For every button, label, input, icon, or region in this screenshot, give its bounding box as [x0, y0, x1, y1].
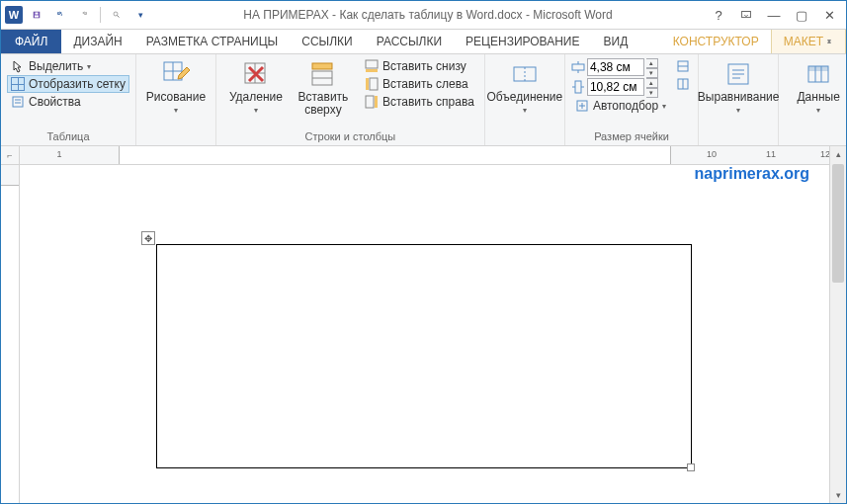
autofit-icon	[575, 99, 589, 113]
scroll-down-icon[interactable]: ▾	[830, 487, 846, 503]
properties-icon	[11, 95, 25, 109]
group-cell-size: ▴▾ ▴▾ Автоподбор▾ Размер ячейки	[565, 54, 699, 145]
page: ✥	[49, 185, 819, 503]
tab-design[interactable]: ДИЗАЙН	[61, 30, 133, 53]
undo-button[interactable]	[50, 5, 70, 25]
save-button[interactable]	[27, 5, 46, 25]
minimize-button[interactable]: —	[761, 5, 787, 25]
view-gridlines-button[interactable]: Отобразить сетку	[7, 75, 129, 93]
svg-rect-23	[375, 96, 378, 108]
svg-rect-19	[366, 69, 378, 72]
document-area: ⌐ 1 1 2 3 4 5 6 7 8 9 10 11 12	[1, 146, 846, 503]
properties-button[interactable]: Свойства	[7, 93, 129, 111]
redo-button[interactable]	[74, 5, 94, 25]
group-merge: Объединение▾	[485, 54, 565, 145]
svg-rect-2	[36, 13, 39, 15]
ruler-corner: ⌐	[1, 146, 20, 165]
tab-review[interactable]: РЕЦЕНЗИРОВАНИЕ	[454, 30, 591, 53]
distribute-cols-icon	[676, 77, 690, 91]
svg-rect-6	[13, 97, 23, 107]
close-button[interactable]: ✕	[816, 5, 842, 25]
tab-table-design[interactable]: КОНСТРУКТОР	[661, 30, 771, 53]
insert-left-icon	[365, 77, 379, 91]
col-width-input[interactable]	[587, 78, 644, 96]
insert-below-icon	[365, 59, 379, 73]
width-spinner[interactable]: ▴▾	[646, 78, 658, 96]
tab-view[interactable]: ВИД	[592, 30, 640, 53]
watermark-text: naprimerax.org	[695, 165, 809, 183]
height-spinner[interactable]: ▴▾	[646, 58, 658, 76]
select-button[interactable]: Выделить▾	[7, 57, 129, 75]
svg-rect-27	[575, 81, 581, 93]
row-height-input[interactable]	[587, 58, 644, 76]
col-width-icon	[571, 80, 585, 94]
title-bar: W ▾ НА ПРИМЕРАХ - Как сделать таблицу в …	[1, 1, 846, 30]
vertical-ruler[interactable]: 1 2 3	[1, 165, 20, 503]
zoom-button[interactable]	[107, 5, 127, 25]
distribute-cols-button[interactable]	[674, 75, 692, 93]
table-cell[interactable]	[156, 244, 692, 468]
pencil-grid-icon	[161, 59, 191, 89]
tab-page-layout[interactable]: РАЗМЕТКА СТРАНИЦЫ	[134, 30, 291, 53]
svg-rect-18	[366, 60, 378, 68]
scrollbar-thumb[interactable]	[832, 164, 844, 283]
insert-right-icon	[365, 95, 379, 109]
svg-rect-20	[370, 78, 378, 90]
group-label	[785, 128, 847, 145]
qat-customize-button[interactable]: ▾	[130, 5, 150, 25]
svg-rect-24	[514, 67, 536, 81]
data-button[interactable]: Данные▾	[785, 57, 847, 117]
window-title: НА ПРИМЕРАХ - Как сделать таблицу в Word…	[150, 8, 706, 22]
data-icon	[804, 59, 833, 89]
tab-table-layout[interactable]: МАКЕТ	[771, 30, 846, 53]
group-alignment: Выравнивание▾	[699, 54, 779, 145]
distribute-rows-icon	[676, 59, 690, 73]
svg-rect-1	[35, 16, 39, 18]
insert-above-button[interactable]: Вставить сверху	[290, 57, 357, 117]
tab-file[interactable]: ФАЙЛ	[1, 30, 61, 53]
insert-left-button[interactable]: Вставить слева	[361, 75, 478, 93]
merge-button[interactable]: Объединение▾	[491, 57, 558, 117]
distribute-rows-button[interactable]	[674, 57, 692, 75]
delete-button[interactable]: Удаление▾	[222, 57, 290, 117]
tab-references[interactable]: ССЫЛКИ	[290, 30, 364, 53]
scroll-up-icon[interactable]: ▴	[830, 146, 846, 162]
draw-table-button[interactable]: Рисование▾	[142, 57, 210, 117]
group-data: Данные▾	[779, 54, 847, 145]
autofit-button[interactable]: Автоподбор▾	[571, 97, 670, 115]
separator	[100, 7, 101, 23]
svg-rect-38	[808, 66, 828, 71]
group-table: Выделить▾ Отобразить сетку Свойства Табл…	[1, 54, 136, 145]
pin-icon	[825, 38, 833, 45]
cursor-icon	[11, 59, 25, 73]
group-label	[705, 128, 772, 145]
table-resize-handle[interactable]	[687, 463, 695, 471]
svg-rect-21	[366, 78, 369, 90]
app-icon: W	[5, 6, 23, 24]
vertical-scrollbar[interactable]: ▴ ▾	[829, 146, 846, 503]
svg-line-4	[118, 16, 120, 18]
tab-mailings[interactable]: РАССЫЛКИ	[365, 30, 454, 53]
group-label	[491, 128, 558, 145]
svg-rect-22	[366, 96, 374, 108]
ribbon-options-button[interactable]	[733, 5, 759, 25]
svg-rect-17	[312, 63, 332, 69]
grid-icon	[11, 77, 25, 91]
group-draw: Рисование▾	[136, 54, 216, 145]
group-label: Таблица	[7, 128, 129, 145]
group-label: Строки и столбцы	[222, 128, 478, 145]
group-label: Размер ячейки	[571, 128, 692, 145]
maximize-button[interactable]: ▢	[789, 5, 814, 25]
alignment-button[interactable]: Выравнивание▾	[705, 57, 772, 117]
ribbon-tabs: ФАЙЛ ДИЗАЙН РАЗМЕТКА СТРАНИЦЫ ССЫЛКИ РАС…	[1, 30, 846, 54]
insert-above-icon	[308, 59, 338, 89]
alignment-icon	[723, 59, 753, 89]
table-move-handle[interactable]: ✥	[141, 231, 155, 245]
help-button[interactable]: ?	[706, 5, 731, 25]
svg-rect-26	[572, 64, 584, 70]
document-canvas[interactable]: naprimerax.org ✥	[20, 165, 829, 503]
insert-below-button[interactable]: Вставить снизу	[361, 57, 478, 75]
group-label	[142, 128, 210, 145]
horizontal-ruler[interactable]: 1 1 2 3 4 5 6 7 8 9 10 11 12	[20, 146, 829, 165]
insert-right-button[interactable]: Вставить справа	[361, 93, 478, 111]
